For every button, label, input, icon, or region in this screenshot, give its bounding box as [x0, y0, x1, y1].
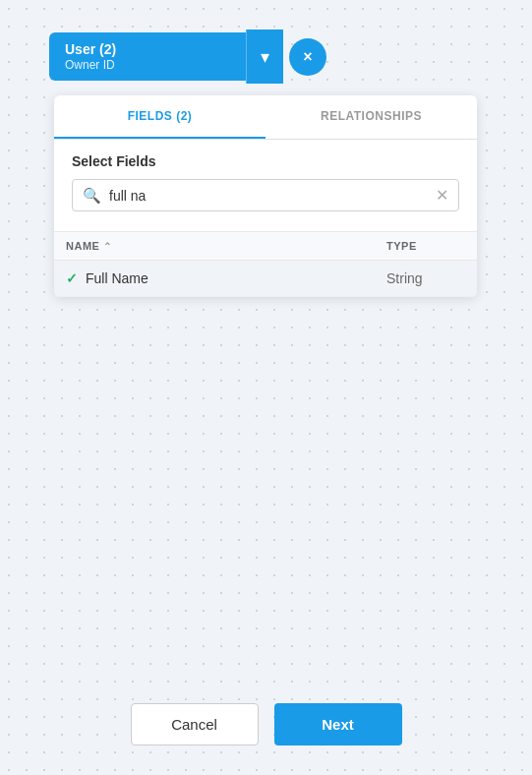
col-name-header: NAME ⌃ — [66, 240, 386, 252]
row-type: String — [386, 270, 465, 286]
row-name: Full Name — [86, 270, 386, 286]
user-pill-title: User (2) — [65, 40, 230, 58]
sort-icon: ⌃ — [103, 241, 112, 252]
tab-fields[interactable]: FIELDS (2) — [54, 95, 266, 139]
tab-relationships[interactable]: RELATIONSHIPS — [266, 95, 477, 139]
header-bar: User (2) Owner ID × — [49, 30, 326, 84]
table-header: NAME ⌃ TYPE — [54, 231, 477, 261]
cancel-button[interactable]: Cancel — [131, 703, 259, 745]
close-icon: × — [303, 48, 312, 66]
search-input[interactable] — [109, 188, 436, 204]
user-pill-subtitle: Owner ID — [65, 58, 230, 74]
dropdown-button[interactable] — [246, 30, 283, 84]
footer: Cancel Next — [0, 703, 532, 745]
clear-icon[interactable]: ✕ — [436, 186, 448, 205]
card-body: Select Fields 🔍 ✕ — [54, 140, 477, 231]
chevron-down-icon — [261, 46, 269, 68]
next-button[interactable]: Next — [274, 703, 402, 745]
col-type-header: TYPE — [386, 240, 465, 252]
search-box: 🔍 ✕ — [72, 179, 459, 211]
close-button[interactable]: × — [289, 38, 326, 76]
table-area: NAME ⌃ TYPE ✓ Full Name String — [54, 231, 477, 297]
table-row[interactable]: ✓ Full Name String — [54, 261, 477, 297]
main-card: FIELDS (2) RELATIONSHIPS Select Fields 🔍… — [54, 95, 477, 297]
search-icon: 🔍 — [83, 187, 101, 205]
check-icon: ✓ — [66, 270, 78, 286]
tabs: FIELDS (2) RELATIONSHIPS — [54, 95, 477, 140]
user-pill: User (2) Owner ID — [49, 32, 246, 82]
select-fields-label: Select Fields — [72, 153, 459, 169]
